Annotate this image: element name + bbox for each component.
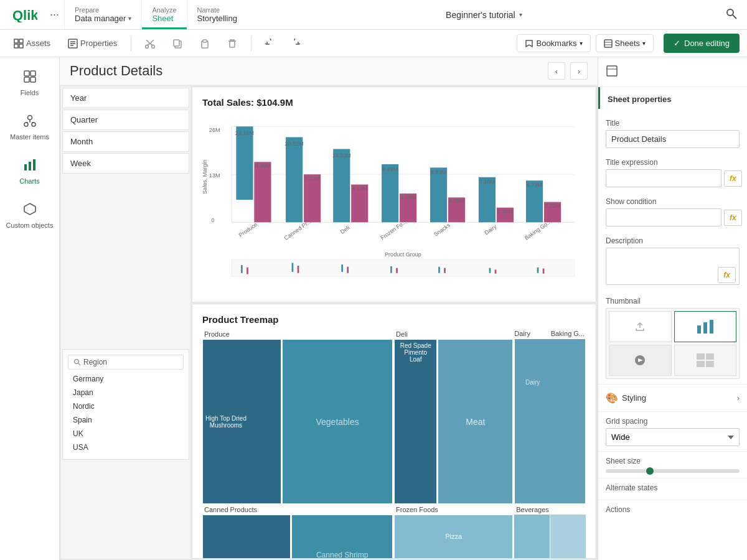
region-uk[interactable]: UK [68,427,184,441]
sparkline-bg [232,259,575,276]
done-editing-button[interactable]: ✓ Done editing [664,34,740,53]
region-germany[interactable]: Germany [68,372,184,386]
x-axis-label: Product Group [385,251,421,258]
main-area: Fields Master items Charts Custom object… [0,57,747,560]
region-japan[interactable]: Japan [68,386,184,399]
fields-icon [23,70,37,86]
svg-point-32 [32,123,35,126]
bar-frozen-teal[interactable] [382,164,398,222]
sidebar-item-charts[interactable]: Charts [0,151,59,192]
undo-redo-group [259,35,306,52]
treemap-meat-label: Meat [466,417,485,427]
treemap-cell-mushrooms[interactable]: High Top DriedMushrooms [202,339,281,504]
treemap-cell-meat[interactable]: Meat [438,339,513,504]
filter-month[interactable]: Month [62,131,189,152]
copy-button[interactable] [166,35,189,52]
filter-quarter[interactable]: Quarter [62,110,189,130]
bar-produce-teal[interactable] [236,126,253,200]
sidebar-item-custom-objects[interactable]: Custom objects [0,195,59,236]
treemap-beverages-label: Beverages [514,505,586,514]
thumbnail-upload-top[interactable] [609,311,672,342]
actions-label: Actions [606,505,740,514]
properties-button[interactable]: Properties [62,35,123,52]
treemap-bev-2 [550,515,586,559]
sheet-size-section: Sheet size [598,451,747,478]
styling-palette-icon: 🎨 [606,392,618,404]
prop-title-expression-input[interactable] [606,169,721,187]
toolbar: Assets Properties Bookmarks ▾ Sheets [0,30,747,57]
grid-spacing-select[interactable]: Narrow Medium Wide [606,428,740,446]
center-nav: Beginner's tutorial ▾ [436,10,532,20]
sidebar-item-master-items[interactable]: Master items [0,106,59,148]
prop-show-condition-row: fx [606,208,740,226]
bookmarks-button[interactable]: Bookmarks ▾ [517,34,590,52]
treemap-cell-canned-shrimp[interactable]: Canned Shrimp Canned Sar... Canned Bar..… [291,515,393,559]
sheet-next-button[interactable]: › [570,62,588,80]
prop-title-input[interactable] [606,130,740,148]
delete-button[interactable] [221,35,243,52]
treemap-cell-shrimp[interactable]: Better Large CannedShrimp [202,515,291,559]
undo-button[interactable] [259,35,281,52]
styling-row[interactable]: 🎨 Styling › [606,390,740,406]
treemap-beverages-cells[interactable]: Slushy Foo... [514,515,586,559]
prop-show-condition-input[interactable] [606,208,721,226]
bar-frozen-teal-label: 9.49M [382,166,398,172]
search-button[interactable] [721,3,742,26]
region-nordic[interactable]: Nordic [68,399,184,413]
svg-point-14 [152,45,155,48]
svg-rect-47 [703,322,707,334]
prop-description-label: Description [606,236,740,245]
title-expression-fx-button[interactable]: fx [724,170,742,187]
cut-button[interactable] [139,35,161,52]
treemap-produce-cells: High Top DriedMushrooms Vegetables [202,339,393,504]
sheet-size-bar [606,469,740,473]
svg-rect-25 [24,71,29,76]
bar-snacks-teal[interactable] [430,167,447,222]
sidebar-item-fields[interactable]: Fields [0,62,59,104]
undo-icon [265,39,275,49]
app-selector[interactable]: Beginner's tutorial ▾ [446,10,522,20]
paste-button[interactable] [194,35,216,52]
qlik-logo[interactable]: Qlik [5,7,45,22]
treemap-cell-vegetables[interactable]: Vegetables [282,339,393,504]
filter-year[interactable]: Year [62,88,189,108]
description-fx-button[interactable]: fx [718,267,736,283]
bookmarks-arrow: ▾ [580,40,583,47]
bar-canned-teal-label: 20.52M [285,141,304,147]
treemap-cell-pimento[interactable]: Red SpadePimentoLoaf [394,339,437,504]
assets-button[interactable]: Assets [7,35,57,52]
sheet-size-handle[interactable] [646,467,654,475]
alt-states-section: Alternate states [598,478,747,500]
treemap-cell-dairy[interactable]: Dairy [514,338,586,504]
bar-deli-teal[interactable] [333,149,350,222]
region-usa[interactable]: USA [68,441,184,454]
region-search-bar[interactable]: Region [68,355,184,370]
more-menu-button[interactable]: ··· [45,6,64,24]
show-condition-fx-button[interactable]: fx [724,210,742,226]
svg-rect-35 [24,164,27,170]
bar-canned-teal[interactable] [286,137,303,222]
redo-icon [290,39,300,49]
prop-description-container: fx [606,248,740,287]
sheets-button[interactable]: Sheets ▾ [596,34,654,52]
prop-description-section: Description fx [598,231,747,292]
delete-icon [227,39,237,49]
treemap-cell-frozen[interactable]: Pizza [394,515,513,559]
redo-button[interactable] [284,35,306,52]
sheet-prev-button[interactable]: ‹ [548,62,565,80]
nav-narrate[interactable]: Narrate Storytelling [187,0,247,29]
prop-title-section: Title [598,114,747,153]
thumbnail-layout-preview[interactable] [674,345,737,376]
nav-prepare[interactable]: Prepare Data manager ▾ [64,0,141,29]
bar-produce-pink[interactable] [254,162,271,222]
thumbnail-media[interactable] [609,345,672,376]
styling-label: 🎨 Styling [606,392,646,404]
toolbar-separator-2 [251,36,251,51]
media-icon [632,354,647,366]
svg-point-31 [24,123,28,126]
thumbnail-chart-preview[interactable] [674,311,737,342]
region-spain[interactable]: Spain [68,413,184,427]
treemap-frozen-label: Frozen Foods [394,505,513,514]
nav-analyze[interactable]: Analyze Sheet [141,0,186,29]
filter-week[interactable]: Week [62,153,189,174]
